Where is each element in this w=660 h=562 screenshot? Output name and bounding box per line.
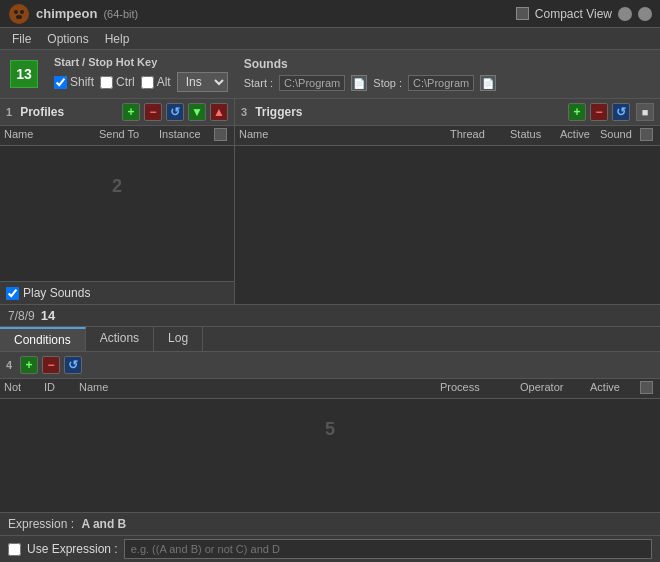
conditions-refresh-button[interactable]: ↺ xyxy=(64,356,82,374)
profiles-remove-button[interactable]: − xyxy=(144,103,162,121)
profiles-table-body[interactable]: 2 xyxy=(0,146,234,281)
shift-label: Shift xyxy=(70,75,94,89)
expression-value: A and B xyxy=(81,517,126,531)
sounds-label: Sounds xyxy=(244,57,650,71)
start-label: Start : xyxy=(244,77,273,89)
play-sounds-row: Play Sounds xyxy=(0,281,234,304)
profiles-col-instance: Instance xyxy=(159,128,214,143)
top-row: 13 Start / Stop Hot Key Shift Ctrl Alt I… xyxy=(0,50,660,99)
ctrl-checkbox[interactable] xyxy=(100,76,113,89)
play-sounds-label: Play Sounds xyxy=(23,286,90,300)
profiles-import-button[interactable]: ▼ xyxy=(188,103,206,121)
profiles-add-button[interactable]: + xyxy=(122,103,140,121)
title-bar: chimpeon (64-bit) Compact View xyxy=(0,0,660,28)
hotkey-section: Start / Stop Hot Key Shift Ctrl Alt Ins … xyxy=(54,56,228,92)
triggers-title: Triggers xyxy=(255,105,302,119)
profiles-title: Profiles xyxy=(20,105,64,119)
compact-view-label: Compact View xyxy=(535,7,612,21)
svg-point-3 xyxy=(16,15,22,19)
triggers-col-sound: Sound xyxy=(600,128,640,143)
hotkey-select[interactable]: Ins Del F1 F12 xyxy=(177,72,228,92)
profiles-col-name: Name xyxy=(4,128,99,143)
profiles-refresh-button[interactable]: ↺ xyxy=(166,103,184,121)
triggers-add-button[interactable]: + xyxy=(568,103,586,121)
conditions-col-active: Active xyxy=(590,381,640,396)
close-button[interactable] xyxy=(638,7,652,21)
triggers-number: 3 xyxy=(241,106,247,118)
triggers-refresh-button[interactable]: ↺ xyxy=(612,103,630,121)
start-sound-browse[interactable]: 📄 xyxy=(351,75,367,91)
profiles-export-button[interactable]: ▲ xyxy=(210,103,228,121)
triggers-col-name: Name xyxy=(239,128,450,143)
status-count: 7/8/9 xyxy=(8,309,35,323)
svg-point-2 xyxy=(20,10,24,14)
tab-log[interactable]: Log xyxy=(154,327,203,351)
use-expression-checkbox[interactable] xyxy=(8,543,21,556)
app-logo xyxy=(8,3,30,25)
app-title: chimpeon xyxy=(36,6,97,21)
conditions-col-operator: Operator xyxy=(520,381,590,396)
compact-view-checkbox[interactable] xyxy=(516,7,529,20)
middle-section: 1 Profiles + − ↺ ▼ ▲ Name Send To Instan… xyxy=(0,99,660,305)
hotkey-label: Start / Stop Hot Key xyxy=(54,56,228,68)
triggers-remove-button[interactable]: − xyxy=(590,103,608,121)
stop-path: C:\Program xyxy=(408,75,474,91)
svg-point-1 xyxy=(14,10,18,14)
svg-point-0 xyxy=(9,4,29,24)
profiles-header: 1 Profiles + − ↺ ▼ ▲ xyxy=(0,99,234,126)
expression-input[interactable] xyxy=(124,539,652,559)
ctrl-label: Ctrl xyxy=(116,75,135,89)
menu-bar: File Options Help xyxy=(0,28,660,50)
triggers-col-thread: Thread xyxy=(450,128,510,143)
profiles-scroll-spacer xyxy=(214,128,230,143)
ctrl-check-item: Ctrl xyxy=(100,75,135,89)
compact-view-area: Compact View xyxy=(516,7,612,21)
conditions-col-not: Not xyxy=(4,381,44,396)
conditions-number: 4 xyxy=(6,359,12,371)
tabs-row: Conditions Actions Log xyxy=(0,327,660,352)
profiles-col-send: Send To xyxy=(99,128,159,143)
triggers-stop-button[interactable]: ■ xyxy=(636,103,654,121)
sounds-section: Sounds Start : C:\Program 📄 Stop : C:\Pr… xyxy=(244,57,650,91)
conditions-col-name: Name xyxy=(79,381,440,396)
triggers-scroll-spacer xyxy=(640,128,656,143)
profiles-empty-marker: 2 xyxy=(112,176,122,197)
conditions-empty-marker: 5 xyxy=(325,419,335,440)
shift-check-item: Shift xyxy=(54,75,94,89)
main-content: 13 Start / Stop Hot Key Shift Ctrl Alt I… xyxy=(0,50,660,562)
status-row: 7/8/9 14 xyxy=(0,305,660,327)
conditions-remove-button[interactable]: − xyxy=(42,356,60,374)
profiles-panel: 1 Profiles + − ↺ ▼ ▲ Name Send To Instan… xyxy=(0,99,235,304)
triggers-table-body[interactable] xyxy=(235,146,660,304)
profiles-number: 1 xyxy=(6,106,12,118)
alt-check-item: Alt xyxy=(141,75,171,89)
expression-label: Expression : xyxy=(8,517,74,531)
conditions-add-button[interactable]: + xyxy=(20,356,38,374)
play-sounds-checkbox[interactable] xyxy=(6,287,19,300)
triggers-col-status: Status xyxy=(510,128,560,143)
tab-actions[interactable]: Actions xyxy=(86,327,154,351)
stop-sound-browse[interactable]: 📄 xyxy=(480,75,496,91)
profiles-table-header: Name Send To Instance xyxy=(0,126,234,146)
tab-conditions[interactable]: Conditions xyxy=(0,327,86,351)
alt-checkbox[interactable] xyxy=(141,76,154,89)
shift-checkbox[interactable] xyxy=(54,76,67,89)
stop-label: Stop : xyxy=(373,77,402,89)
conditions-col-id: ID xyxy=(44,381,79,396)
status-number: 14 xyxy=(41,308,55,323)
conditions-toolbar: 4 + − ↺ xyxy=(0,352,660,379)
minimize-button[interactable] xyxy=(618,7,632,21)
conditions-table-header: Not ID Name Process Operator Active xyxy=(0,379,660,399)
conditions-col-process: Process xyxy=(440,381,520,396)
bottom-panel: 4 + − ↺ Not ID Name Process Operator Act… xyxy=(0,352,660,562)
triggers-table-header: Name Thread Status Active Sound xyxy=(235,126,660,146)
menu-help[interactable]: Help xyxy=(97,30,138,48)
alt-label: Alt xyxy=(157,75,171,89)
menu-options[interactable]: Options xyxy=(39,30,96,48)
conditions-scroll-spacer xyxy=(640,381,656,396)
hotkey-controls: Shift Ctrl Alt Ins Del F1 F12 xyxy=(54,72,228,92)
conditions-body[interactable]: 5 xyxy=(0,399,660,512)
sounds-row: Start : C:\Program 📄 Stop : C:\Program 📄 xyxy=(244,75,650,91)
counter-box: 13 xyxy=(10,60,38,88)
menu-file[interactable]: File xyxy=(4,30,39,48)
